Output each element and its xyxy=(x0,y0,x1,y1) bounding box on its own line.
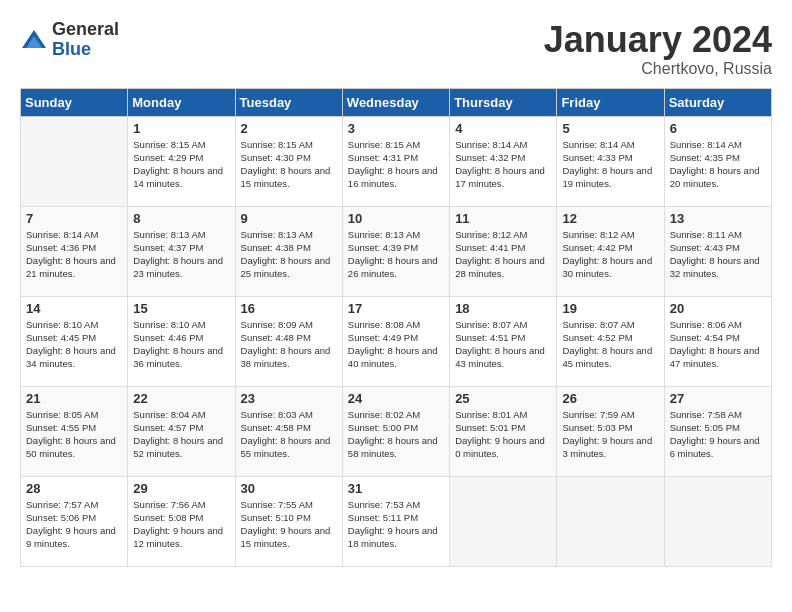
calendar-cell: 4Sunrise: 8:14 AMSunset: 4:32 PMDaylight… xyxy=(450,116,557,206)
calendar-cell: 16Sunrise: 8:09 AMSunset: 4:48 PMDayligh… xyxy=(235,296,342,386)
calendar-cell: 20Sunrise: 8:06 AMSunset: 4:54 PMDayligh… xyxy=(664,296,771,386)
logo-text: General Blue xyxy=(52,20,119,60)
day-number: 13 xyxy=(670,211,766,226)
calendar-cell xyxy=(557,476,664,566)
day-number: 23 xyxy=(241,391,337,406)
calendar-cell: 14Sunrise: 8:10 AMSunset: 4:45 PMDayligh… xyxy=(21,296,128,386)
day-info: Sunrise: 8:10 AMSunset: 4:46 PMDaylight:… xyxy=(133,318,229,371)
day-number: 16 xyxy=(241,301,337,316)
day-number: 18 xyxy=(455,301,551,316)
day-info: Sunrise: 8:07 AMSunset: 4:52 PMDaylight:… xyxy=(562,318,658,371)
calendar-cell: 23Sunrise: 8:03 AMSunset: 4:58 PMDayligh… xyxy=(235,386,342,476)
day-info: Sunrise: 8:14 AMSunset: 4:35 PMDaylight:… xyxy=(670,138,766,191)
calendar-cell: 11Sunrise: 8:12 AMSunset: 4:41 PMDayligh… xyxy=(450,206,557,296)
day-info: Sunrise: 8:12 AMSunset: 4:42 PMDaylight:… xyxy=(562,228,658,281)
day-info: Sunrise: 8:15 AMSunset: 4:31 PMDaylight:… xyxy=(348,138,444,191)
calendar-cell: 15Sunrise: 8:10 AMSunset: 4:46 PMDayligh… xyxy=(128,296,235,386)
day-info: Sunrise: 8:07 AMSunset: 4:51 PMDaylight:… xyxy=(455,318,551,371)
day-number: 20 xyxy=(670,301,766,316)
calendar-cell: 5Sunrise: 8:14 AMSunset: 4:33 PMDaylight… xyxy=(557,116,664,206)
weekday-header: Wednesday xyxy=(342,88,449,116)
calendar-header-row: SundayMondayTuesdayWednesdayThursdayFrid… xyxy=(21,88,772,116)
calendar-cell: 9Sunrise: 8:13 AMSunset: 4:38 PMDaylight… xyxy=(235,206,342,296)
day-number: 15 xyxy=(133,301,229,316)
calendar-cell xyxy=(450,476,557,566)
calendar-cell xyxy=(664,476,771,566)
day-number: 8 xyxy=(133,211,229,226)
weekday-header: Thursday xyxy=(450,88,557,116)
day-number: 3 xyxy=(348,121,444,136)
day-number: 19 xyxy=(562,301,658,316)
calendar-week-row: 7Sunrise: 8:14 AMSunset: 4:36 PMDaylight… xyxy=(21,206,772,296)
day-number: 7 xyxy=(26,211,122,226)
calendar-cell: 21Sunrise: 8:05 AMSunset: 4:55 PMDayligh… xyxy=(21,386,128,476)
weekday-header: Saturday xyxy=(664,88,771,116)
day-number: 6 xyxy=(670,121,766,136)
title-block: January 2024 Chertkovo, Russia xyxy=(544,20,772,78)
day-info: Sunrise: 8:13 AMSunset: 4:39 PMDaylight:… xyxy=(348,228,444,281)
day-info: Sunrise: 7:55 AMSunset: 5:10 PMDaylight:… xyxy=(241,498,337,551)
day-info: Sunrise: 8:14 AMSunset: 4:32 PMDaylight:… xyxy=(455,138,551,191)
day-number: 4 xyxy=(455,121,551,136)
calendar-cell: 2Sunrise: 8:15 AMSunset: 4:30 PMDaylight… xyxy=(235,116,342,206)
calendar-cell: 25Sunrise: 8:01 AMSunset: 5:01 PMDayligh… xyxy=(450,386,557,476)
calendar-cell: 12Sunrise: 8:12 AMSunset: 4:42 PMDayligh… xyxy=(557,206,664,296)
calendar-table: SundayMondayTuesdayWednesdayThursdayFrid… xyxy=(20,88,772,567)
day-number: 22 xyxy=(133,391,229,406)
month-title: January 2024 xyxy=(544,20,772,60)
calendar-cell: 10Sunrise: 8:13 AMSunset: 4:39 PMDayligh… xyxy=(342,206,449,296)
day-number: 11 xyxy=(455,211,551,226)
calendar-cell: 22Sunrise: 8:04 AMSunset: 4:57 PMDayligh… xyxy=(128,386,235,476)
day-info: Sunrise: 8:06 AMSunset: 4:54 PMDaylight:… xyxy=(670,318,766,371)
calendar-cell: 24Sunrise: 8:02 AMSunset: 5:00 PMDayligh… xyxy=(342,386,449,476)
calendar-cell: 17Sunrise: 8:08 AMSunset: 4:49 PMDayligh… xyxy=(342,296,449,386)
day-number: 12 xyxy=(562,211,658,226)
day-number: 29 xyxy=(133,481,229,496)
weekday-header: Friday xyxy=(557,88,664,116)
calendar-week-row: 21Sunrise: 8:05 AMSunset: 4:55 PMDayligh… xyxy=(21,386,772,476)
day-number: 10 xyxy=(348,211,444,226)
day-number: 21 xyxy=(26,391,122,406)
day-info: Sunrise: 8:10 AMSunset: 4:45 PMDaylight:… xyxy=(26,318,122,371)
calendar-cell: 30Sunrise: 7:55 AMSunset: 5:10 PMDayligh… xyxy=(235,476,342,566)
day-info: Sunrise: 7:53 AMSunset: 5:11 PMDaylight:… xyxy=(348,498,444,551)
day-info: Sunrise: 8:13 AMSunset: 4:37 PMDaylight:… xyxy=(133,228,229,281)
day-info: Sunrise: 8:11 AMSunset: 4:43 PMDaylight:… xyxy=(670,228,766,281)
weekday-header: Monday xyxy=(128,88,235,116)
day-info: Sunrise: 7:56 AMSunset: 5:08 PMDaylight:… xyxy=(133,498,229,551)
day-number: 24 xyxy=(348,391,444,406)
calendar-cell xyxy=(21,116,128,206)
day-number: 17 xyxy=(348,301,444,316)
day-info: Sunrise: 8:15 AMSunset: 4:30 PMDaylight:… xyxy=(241,138,337,191)
calendar-cell: 19Sunrise: 8:07 AMSunset: 4:52 PMDayligh… xyxy=(557,296,664,386)
day-info: Sunrise: 8:14 AMSunset: 4:36 PMDaylight:… xyxy=(26,228,122,281)
calendar-week-row: 28Sunrise: 7:57 AMSunset: 5:06 PMDayligh… xyxy=(21,476,772,566)
calendar-cell: 13Sunrise: 8:11 AMSunset: 4:43 PMDayligh… xyxy=(664,206,771,296)
calendar-cell: 27Sunrise: 7:58 AMSunset: 5:05 PMDayligh… xyxy=(664,386,771,476)
day-number: 1 xyxy=(133,121,229,136)
day-info: Sunrise: 8:08 AMSunset: 4:49 PMDaylight:… xyxy=(348,318,444,371)
day-info: Sunrise: 8:09 AMSunset: 4:48 PMDaylight:… xyxy=(241,318,337,371)
calendar-cell: 28Sunrise: 7:57 AMSunset: 5:06 PMDayligh… xyxy=(21,476,128,566)
day-number: 9 xyxy=(241,211,337,226)
logo-general-label: General xyxy=(52,20,119,40)
day-number: 31 xyxy=(348,481,444,496)
day-info: Sunrise: 8:01 AMSunset: 5:01 PMDaylight:… xyxy=(455,408,551,461)
day-number: 2 xyxy=(241,121,337,136)
day-info: Sunrise: 8:14 AMSunset: 4:33 PMDaylight:… xyxy=(562,138,658,191)
day-number: 30 xyxy=(241,481,337,496)
calendar-cell: 6Sunrise: 8:14 AMSunset: 4:35 PMDaylight… xyxy=(664,116,771,206)
calendar-week-row: 1Sunrise: 8:15 AMSunset: 4:29 PMDaylight… xyxy=(21,116,772,206)
day-info: Sunrise: 8:03 AMSunset: 4:58 PMDaylight:… xyxy=(241,408,337,461)
day-number: 27 xyxy=(670,391,766,406)
day-number: 26 xyxy=(562,391,658,406)
day-info: Sunrise: 7:59 AMSunset: 5:03 PMDaylight:… xyxy=(562,408,658,461)
day-info: Sunrise: 8:05 AMSunset: 4:55 PMDaylight:… xyxy=(26,408,122,461)
logo-icon xyxy=(20,26,48,54)
logo-blue-label: Blue xyxy=(52,40,119,60)
calendar-cell: 1Sunrise: 8:15 AMSunset: 4:29 PMDaylight… xyxy=(128,116,235,206)
calendar-cell: 18Sunrise: 8:07 AMSunset: 4:51 PMDayligh… xyxy=(450,296,557,386)
logo: General Blue xyxy=(20,20,119,60)
day-number: 25 xyxy=(455,391,551,406)
calendar-cell: 3Sunrise: 8:15 AMSunset: 4:31 PMDaylight… xyxy=(342,116,449,206)
